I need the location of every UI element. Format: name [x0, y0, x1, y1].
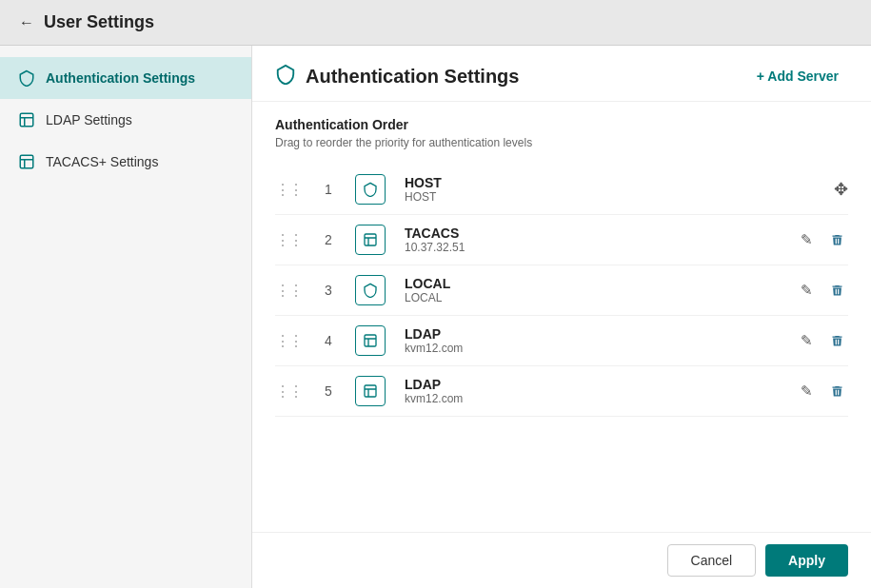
cancel-button[interactable]: Cancel — [667, 544, 757, 577]
sidebar-label-auth: Authentication Settings — [46, 70, 195, 86]
row-shield-icon — [355, 174, 386, 205]
ldap-icon — [17, 110, 36, 129]
row-number: 3 — [317, 283, 340, 298]
row-number: 5 — [317, 383, 340, 399]
row-actions: ✥ — [834, 179, 848, 200]
content-shield-icon — [275, 64, 296, 89]
content-title: Authentication Settings — [275, 64, 519, 89]
sidebar: Authentication Settings LDAP Settings TA… — [0, 46, 252, 588]
shield-icon — [17, 69, 36, 88]
row-number: 2 — [317, 232, 340, 247]
edit-button[interactable]: ✎ — [797, 379, 817, 403]
row-info: HOST HOST — [405, 175, 824, 204]
row-actions: ✎ — [797, 227, 848, 252]
row-sub: kvm12.com — [405, 342, 787, 355]
row-name: LOCAL — [405, 276, 787, 291]
sidebar-item-tacacs-settings[interactable]: TACACS+ Settings — [0, 141, 251, 183]
row-sub: LOCAL — [405, 291, 787, 304]
drag-handle-icon[interactable]: ⋮⋮ — [275, 231, 302, 249]
auth-order-section: Authentication Order Drag to reorder the… — [252, 102, 871, 432]
row-name: TACACS — [405, 225, 787, 241]
row-name: HOST — [405, 175, 824, 190]
delete-button[interactable] — [826, 381, 848, 402]
sidebar-item-auth-settings[interactable]: Authentication Settings — [0, 57, 251, 99]
row-actions: ✎ — [797, 278, 848, 303]
svg-rect-4 — [365, 385, 376, 397]
row-info: LDAP kvm12.com — [405, 377, 787, 405]
svg-rect-2 — [365, 234, 376, 245]
edit-button[interactable]: ✎ — [797, 328, 817, 353]
row-name: LDAP — [405, 377, 787, 392]
main-layout: Authentication Settings LDAP Settings TA… — [0, 46, 871, 588]
apply-button[interactable]: Apply — [765, 544, 848, 577]
row-shield-icon — [355, 275, 386, 305]
section-subtitle: Drag to reorder the priority for authent… — [275, 136, 848, 149]
delete-button[interactable] — [826, 280, 848, 302]
back-button[interactable]: ← — [19, 14, 34, 31]
sidebar-label-tacacs: TACACS+ Settings — [46, 154, 158, 169]
drag-handle-icon[interactable]: ⋮⋮ — [275, 382, 302, 401]
row-number: 4 — [317, 333, 340, 348]
content-area: Authentication Settings + Add Server Aut… — [252, 46, 871, 588]
edit-button[interactable]: ✎ — [797, 278, 817, 303]
drag-handle-icon[interactable]: ⋮⋮ — [275, 332, 302, 350]
content-title-text: Authentication Settings — [306, 66, 519, 88]
footer: Cancel Apply — [252, 532, 871, 588]
sidebar-item-ldap-settings[interactable]: LDAP Settings — [0, 99, 251, 141]
svg-rect-1 — [20, 155, 33, 168]
row-ldap-icon — [355, 325, 386, 356]
page-title: User Settings — [44, 12, 154, 32]
auth-list: ⋮⋮ 1 HOST HOST ✥ — [275, 165, 848, 417]
app-header: ← User Settings — [0, 0, 871, 46]
row-sub: 10.37.32.51 — [405, 241, 787, 254]
delete-button[interactable] — [826, 330, 848, 352]
section-title: Authentication Order — [275, 117, 848, 132]
row-number: 1 — [317, 182, 340, 197]
row-actions: ✎ — [797, 379, 848, 403]
row-ldap-icon — [355, 376, 386, 406]
row-name: LDAP — [405, 326, 787, 342]
auth-row: ⋮⋮ 1 HOST HOST ✥ — [275, 165, 848, 215]
row-info: TACACS 10.37.32.51 — [405, 225, 787, 254]
row-actions: ✎ — [797, 328, 848, 353]
add-server-button[interactable]: + Add Server — [747, 63, 848, 89]
content-header: Authentication Settings + Add Server — [252, 46, 871, 102]
row-info: LOCAL LOCAL — [405, 276, 787, 304]
auth-row: ⋮⋮ 3 LOCAL LOCAL ✎ — [275, 265, 848, 316]
svg-rect-3 — [365, 335, 376, 346]
edit-button[interactable]: ✎ — [797, 227, 817, 252]
auth-row: ⋮⋮ 5 LDAP kvm12.com ✎ — [275, 366, 848, 417]
sidebar-label-ldap: LDAP Settings — [46, 112, 132, 127]
move-icon[interactable]: ✥ — [834, 179, 848, 200]
delete-button[interactable] — [826, 229, 848, 251]
row-sub: kvm12.com — [405, 392, 787, 405]
tacacs-icon — [17, 152, 36, 171]
auth-row: ⋮⋮ 4 LDAP kvm12.com ✎ — [275, 316, 848, 366]
row-ldap-icon — [355, 225, 386, 255]
drag-handle-icon[interactable]: ⋮⋮ — [275, 181, 302, 199]
row-sub: HOST — [405, 190, 824, 204]
row-info: LDAP kvm12.com — [405, 326, 787, 355]
auth-row: ⋮⋮ 2 TACACS 10.37.32.51 ✎ — [275, 215, 848, 265]
drag-handle-icon[interactable]: ⋮⋮ — [275, 282, 302, 300]
svg-rect-0 — [20, 113, 33, 127]
